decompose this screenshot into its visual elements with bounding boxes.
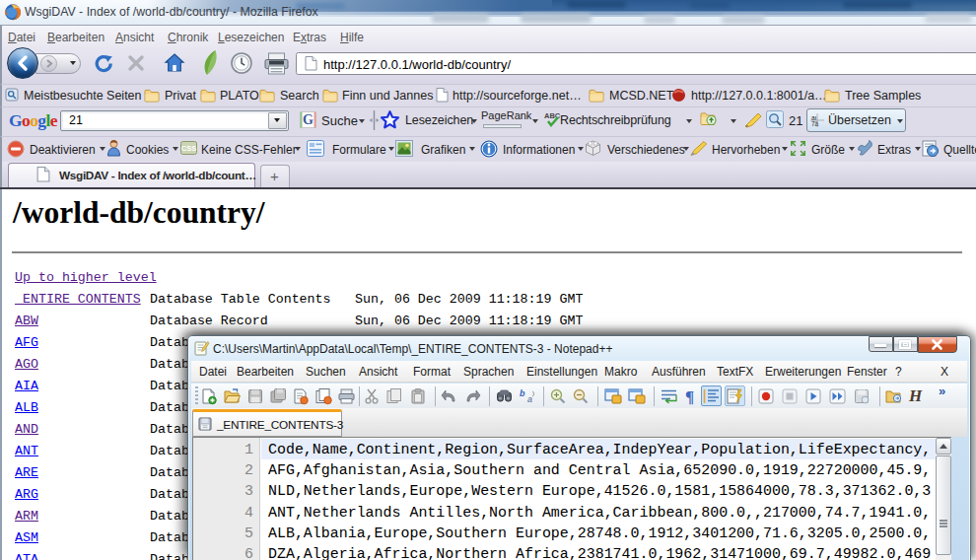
- svg-text:b: b: [520, 388, 525, 398]
- svg-text:a: a: [527, 394, 532, 404]
- svg-text:CSS: CSS: [181, 144, 196, 153]
- svg-text:7ä: 7ä: [811, 120, 819, 127]
- svg-text:G: G: [303, 112, 314, 127]
- svg-text:¶: ¶: [685, 387, 694, 406]
- svg-text:ABC: ABC: [544, 111, 561, 120]
